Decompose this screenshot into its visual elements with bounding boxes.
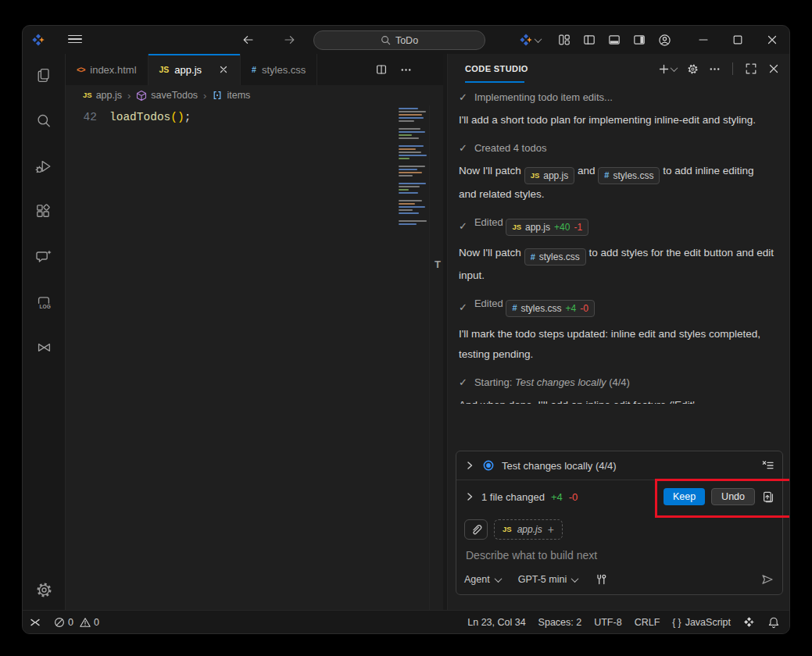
add-context-label[interactable]: + bbox=[548, 523, 554, 536]
file-chip[interactable]: #styles.css bbox=[598, 167, 660, 184]
activity-item-extensions[interactable] bbox=[34, 202, 53, 221]
problems-indicator[interactable]: 0 0 bbox=[54, 617, 99, 628]
warnings-icon bbox=[80, 617, 91, 628]
logo-mono-icon bbox=[743, 616, 755, 628]
expand-panel-icon[interactable] bbox=[745, 62, 757, 75]
tab-styles.css[interactable]: #styles.css bbox=[241, 54, 317, 85]
activity-item-output-log[interactable]: LOG bbox=[34, 293, 53, 312]
status-notifications[interactable] bbox=[767, 616, 780, 629]
toggle-sidebar-right-icon[interactable] bbox=[629, 30, 649, 50]
gear-icon bbox=[35, 581, 53, 599]
send-icon[interactable] bbox=[760, 573, 774, 586]
status-eol[interactable]: CRLF bbox=[635, 617, 660, 628]
symbol-method-icon bbox=[136, 90, 147, 102]
js-file-icon: JS bbox=[83, 91, 92, 99]
breadcrumb-item[interactable]: saveTodos bbox=[136, 90, 198, 102]
file-chip[interactable]: JSapp.js bbox=[524, 167, 575, 184]
activity-item-explorer[interactable] bbox=[34, 66, 53, 85]
run-debug-icon bbox=[35, 158, 53, 176]
chevron-right-icon[interactable] bbox=[464, 491, 475, 502]
chat-settings-icon[interactable] bbox=[687, 63, 699, 75]
editor[interactable]: 42 loadTodos(); T bbox=[66, 105, 443, 610]
file-chip[interactable]: JSapp.js+40-1 bbox=[506, 219, 588, 236]
chat-paragraph: Now I'll patch #styles.css to add styles… bbox=[459, 243, 774, 287]
file-chip[interactable]: #styles.css bbox=[524, 248, 586, 266]
todo-list-icon[interactable] bbox=[761, 459, 774, 472]
attach-button[interactable] bbox=[464, 519, 488, 540]
breadcrumb-separator: › bbox=[127, 90, 131, 102]
remote-indicator[interactable] bbox=[29, 616, 41, 629]
warnings-count: 0 bbox=[94, 617, 99, 628]
status-encoding[interactable]: UTF-8 bbox=[594, 617, 621, 628]
active-view-underline bbox=[465, 81, 524, 83]
breadcrumb-item[interactable]: items bbox=[212, 90, 250, 101]
activity-item-run-debug[interactable] bbox=[34, 157, 53, 176]
bell-icon bbox=[767, 616, 780, 629]
chat-step: ✓Implementing todo item edits... bbox=[459, 91, 774, 103]
chat-input[interactable]: JS app.js + Describe what to build next … bbox=[456, 513, 782, 594]
maximize-button[interactable] bbox=[721, 26, 755, 54]
nav-back-icon[interactable] bbox=[241, 34, 255, 46]
chevron-right-icon[interactable] bbox=[464, 460, 475, 471]
minimap[interactable] bbox=[399, 108, 430, 226]
mode-picker[interactable]: Agent bbox=[464, 574, 490, 585]
chat-paragraph-clipped: And when done, I'll add an inline edit f… bbox=[459, 395, 774, 404]
status-indentation[interactable]: Spaces: 2 bbox=[538, 617, 582, 628]
tab-bar: <>index.htmlJSapp.js#styles.css bbox=[66, 54, 443, 85]
chat-paragraph: I'll add a short todo plan for implement… bbox=[459, 110, 774, 130]
toggle-panel-icon[interactable] bbox=[604, 30, 624, 50]
breadcrumb[interactable]: JSapp.js›saveTodos›items bbox=[66, 85, 443, 105]
new-chat-button[interactable] bbox=[658, 63, 677, 75]
breadcrumb-item[interactable]: JSapp.js bbox=[83, 90, 122, 101]
css-file-icon: # bbox=[531, 253, 535, 262]
close-tab-icon[interactable] bbox=[218, 64, 229, 75]
status-language-mode[interactable]: { }JavaScript bbox=[672, 617, 731, 628]
file-chip[interactable]: #styles.css+4-0 bbox=[506, 300, 595, 317]
todo-progress-row[interactable]: Test changes locally (4/4) bbox=[456, 451, 782, 480]
tab-app.js[interactable]: JSapp.js bbox=[148, 54, 241, 85]
check-icon: ✓ bbox=[459, 220, 467, 232]
check-icon: ✓ bbox=[459, 376, 467, 388]
customize-layout-icon[interactable] bbox=[554, 30, 574, 50]
activity-item-chat-sparkle[interactable] bbox=[34, 248, 53, 266]
symbol-array-icon bbox=[212, 90, 223, 101]
js-file-icon: JS bbox=[531, 172, 540, 180]
more-actions-icon[interactable] bbox=[400, 64, 412, 76]
activity-item-settings[interactable] bbox=[34, 580, 53, 599]
todo-progress-label: Test changes locally (4/4) bbox=[502, 460, 617, 472]
errors-icon bbox=[54, 617, 65, 628]
app-window: ToDo LOG <>index.htmlJSapp.js#styles.css bbox=[22, 25, 790, 634]
paperclip-icon bbox=[470, 523, 482, 536]
chat-input-placeholder[interactable]: Describe what to build next bbox=[466, 549, 773, 573]
close-button[interactable] bbox=[755, 26, 789, 54]
context-file-chip[interactable]: JS app.js + bbox=[494, 519, 563, 540]
tab-index.html[interactable]: <>index.html bbox=[66, 54, 148, 85]
close-panel-icon[interactable] bbox=[767, 62, 780, 75]
chevron-down-icon bbox=[671, 64, 678, 72]
css-file-icon: # bbox=[512, 304, 517, 312]
model-picker[interactable]: GPT-5 mini bbox=[518, 574, 567, 585]
toggle-sidebar-left-icon[interactable] bbox=[579, 30, 599, 50]
menu-icon[interactable] bbox=[68, 32, 82, 46]
nav-forward-icon[interactable] bbox=[283, 34, 296, 46]
split-editor-icon[interactable] bbox=[375, 63, 388, 76]
html-file-icon: <> bbox=[77, 66, 84, 74]
account-icon[interactable] bbox=[654, 30, 674, 50]
chat-panel-title: CODE STUDIO bbox=[465, 64, 528, 73]
chat-step: ✓Created 4 todos bbox=[459, 142, 774, 154]
chat-more-icon[interactable] bbox=[709, 63, 721, 75]
activity-item-azure[interactable] bbox=[34, 338, 53, 357]
search-icon bbox=[35, 112, 53, 130]
css-file-icon: # bbox=[604, 171, 609, 180]
title-bar: ToDo bbox=[23, 26, 789, 54]
divider bbox=[732, 62, 733, 75]
status-cursor-position[interactable]: Ln 23, Col 34 bbox=[467, 617, 525, 628]
copilot-menu[interactable] bbox=[519, 33, 541, 47]
editor-scrollbar[interactable]: T bbox=[429, 105, 443, 610]
activity-item-search[interactable] bbox=[34, 112, 53, 130]
extensions-icon bbox=[35, 203, 53, 221]
tools-icon[interactable] bbox=[595, 573, 608, 586]
minimize-button[interactable] bbox=[686, 26, 721, 54]
command-center-search[interactable]: ToDo bbox=[313, 30, 485, 50]
status-brand[interactable] bbox=[743, 616, 755, 628]
